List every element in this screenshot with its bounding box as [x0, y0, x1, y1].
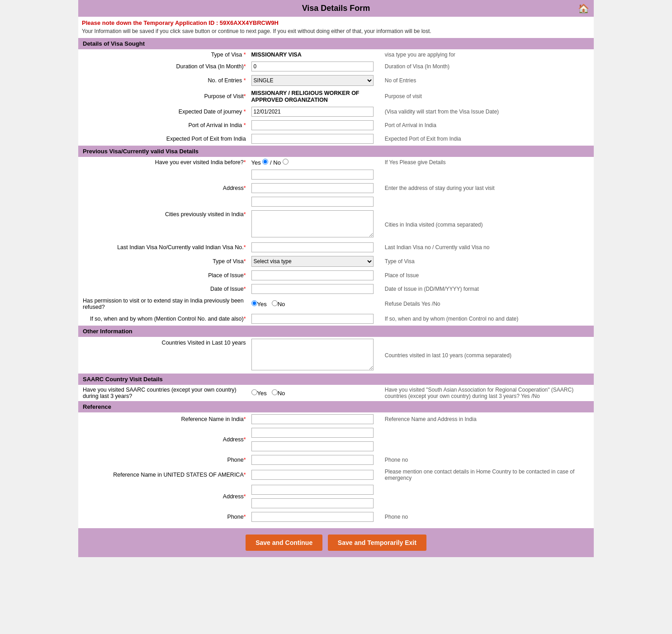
countries-label: Countries Visited in Last 10 years: [78, 337, 249, 374]
date-help: (Visa validity will start from the Visa …: [382, 105, 594, 118]
visa-no-row: Last Indian Visa No/Currently valid Indi…: [78, 241, 594, 254]
address-input-2[interactable]: [251, 183, 374, 193]
ref-name-usa-label: Reference Name in UNITED STATES OF AMERI…: [78, 467, 249, 483]
ref-name-india-input[interactable]: [251, 414, 374, 424]
entries-select-cell: SINGLE DOUBLE MULTIPLE: [249, 73, 382, 88]
section-visa-sought-header: Details of Visa Sought: [78, 38, 594, 49]
reference-table: Reference Name in India* Reference Name …: [78, 412, 594, 524]
date-label: Expected Date of journey *: [78, 105, 249, 118]
visa-no-input-cell: [249, 241, 382, 254]
visited-row: Have you ever visited India before?* Yes…: [78, 157, 594, 168]
countries-row: Countries Visited in Last 10 years Count…: [78, 337, 594, 374]
exit-input[interactable]: [251, 134, 374, 144]
ref-name-india-input-cell: [249, 412, 382, 426]
purpose-help: Purpose of visit: [382, 88, 594, 105]
ref-address-india-input-1[interactable]: [251, 428, 374, 438]
address-help: Enter the address of stay during your la…: [382, 168, 594, 208]
duration-row: Duration of Visa (In Month)* Duration of…: [78, 60, 594, 73]
arrival-input[interactable]: [251, 120, 374, 130]
app-id-notice: Please note down the Temporary Applicati…: [78, 17, 594, 27]
duration-help: Duration of Visa (In Month): [382, 60, 594, 73]
save-exit-button[interactable]: Save and Temporarily Exit: [328, 535, 426, 551]
date-row: Expected Date of journey * (Visa validit…: [78, 105, 594, 118]
ref-address-india-input-cell2: [249, 440, 382, 453]
date-issue-input-cell: [249, 282, 382, 296]
ref-address-usa-input-2[interactable]: [251, 498, 374, 508]
countries-textarea[interactable]: [251, 339, 374, 370]
visa-type-label: Type of Visa*: [78, 254, 249, 269]
page-header: Visa Details Form 🏠: [78, 0, 594, 17]
saarc-no-radio[interactable]: [272, 389, 278, 395]
exit-help: Expected Port of Exit from India: [382, 132, 594, 146]
ref-phone-usa-input[interactable]: [251, 512, 374, 522]
date-issue-input[interactable]: [251, 284, 374, 294]
countries-help: Countries visited in last 10 years (comm…: [382, 337, 594, 374]
place-issue-help: Place of Issue: [382, 269, 594, 282]
ref-address-india-input-2[interactable]: [251, 441, 374, 451]
ref-address-usa-input-1[interactable]: [251, 485, 374, 495]
section-saarc-header: SAARC Country Visit Details: [78, 374, 594, 385]
entries-select[interactable]: SINGLE DOUBLE MULTIPLE: [251, 75, 374, 86]
saarc-help: Have you visited "South Asian Associatio…: [382, 385, 594, 401]
saarc-table: Have you visited SAARC countries (except…: [78, 385, 594, 401]
cities-label: Cities previously visited in India*: [78, 208, 249, 241]
save-continue-button[interactable]: Save and Continue: [246, 535, 322, 551]
visa-no-label: Last Indian Visa No/Currently valid Indi…: [78, 241, 249, 254]
address-input-1[interactable]: [251, 170, 374, 180]
entries-label: No. of Entries *: [78, 73, 249, 88]
visa-sought-table: Type of Visa * MISSIONARY VISA visa type…: [78, 49, 594, 146]
entries-help: No of Entries: [382, 73, 594, 88]
place-issue-input[interactable]: [251, 270, 374, 280]
ref-phone-usa-row: Phone* Phone no: [78, 510, 594, 524]
exit-input-cell: [249, 132, 382, 146]
ref-name-usa-input[interactable]: [251, 470, 374, 480]
arrival-help: Port of Arrival in India: [382, 118, 594, 132]
date-input[interactable]: [251, 107, 374, 117]
address-input-3[interactable]: [251, 197, 374, 207]
refused-when-input[interactable]: [251, 314, 374, 324]
duration-input[interactable]: [251, 62, 374, 71]
date-issue-label: Date of Issue*: [78, 282, 249, 296]
arrival-label: Port of Arrival in India *: [78, 118, 249, 132]
cities-textarea-cell: [249, 208, 382, 241]
ref-address-usa-input-cell1: [249, 483, 382, 497]
address-input-cell3: [249, 195, 382, 208]
cities-help: Cities in India visited (comma separated…: [382, 208, 594, 241]
cities-row: Cities previously visited in India* Citi…: [78, 208, 594, 241]
refused-when-row: If so, when and by whom (Mention Control…: [78, 312, 594, 326]
home-icon[interactable]: 🏠: [578, 3, 589, 14]
visited-yes-radio[interactable]: [262, 159, 268, 165]
ref-phone-usa-input-cell: [249, 510, 382, 524]
refused-no-radio[interactable]: [272, 300, 278, 306]
cities-textarea[interactable]: [251, 210, 374, 237]
ref-address-usa-row1: Address*: [78, 483, 594, 497]
address-label: Address*: [78, 168, 249, 208]
refused-when-help: If so, when and by whom (mention Control…: [382, 312, 594, 326]
ref-phone-india-help: Phone no: [382, 453, 594, 467]
purpose-row: Purpose of Visit* MISSIONARY / RELIGIOUS…: [78, 88, 594, 105]
duration-label: Duration of Visa (In Month)*: [78, 60, 249, 73]
visited-radio-cell: Yes / No: [249, 157, 382, 168]
exit-label: Expected Port of Exit from India: [78, 132, 249, 146]
ref-phone-india-input[interactable]: [251, 455, 374, 465]
ref-phone-usa-help: Phone no: [382, 510, 594, 524]
prev-visa-table: Have you ever visited India before?* Yes…: [78, 157, 594, 326]
ref-address-usa-label: Address*: [78, 483, 249, 510]
ref-name-india-row: Reference Name in India* Reference Name …: [78, 412, 594, 426]
date-issue-row: Date of Issue* Date of Issue in (DD/MM/Y…: [78, 282, 594, 296]
type-of-visa-help: visa type you are applying for: [382, 49, 594, 60]
saarc-yes-radio[interactable]: [251, 389, 257, 395]
refused-yes-radio[interactable]: [251, 300, 257, 306]
visited-no-radio[interactable]: [283, 159, 289, 165]
type-of-visa-label: Type of Visa *: [78, 49, 249, 60]
saarc-row: Have you visited SAARC countries (except…: [78, 385, 594, 401]
visited-label: Have you ever visited India before?*: [78, 157, 249, 168]
ref-address-usa-input-cell2: [249, 497, 382, 510]
place-issue-row: Place of Issue* Place of Issue: [78, 269, 594, 282]
date-issue-help: Date of Issue in (DD/MM/YYYY) format: [382, 282, 594, 296]
arrival-row: Port of Arrival in India * Port of Arriv…: [78, 118, 594, 132]
visa-no-input[interactable]: [251, 242, 374, 252]
visa-type-select[interactable]: Select visa type: [251, 256, 374, 267]
ref-name-india-label: Reference Name in India*: [78, 412, 249, 426]
place-issue-label: Place of Issue*: [78, 269, 249, 282]
